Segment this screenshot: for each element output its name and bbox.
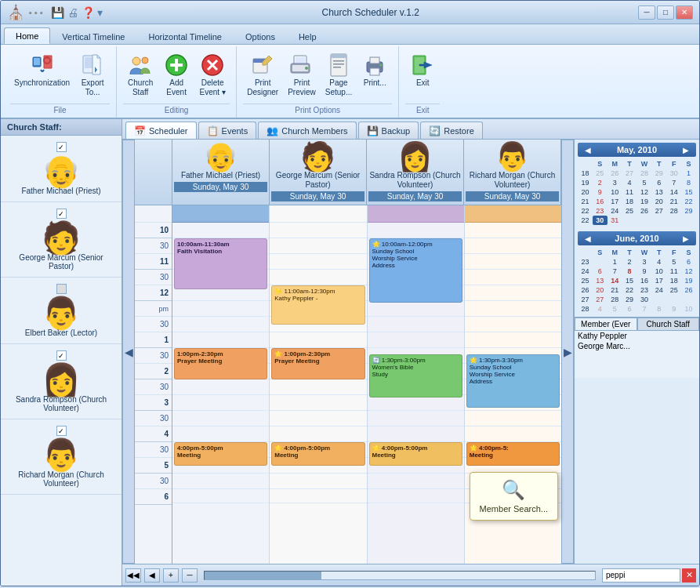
print-button[interactable]: Print... [357, 49, 392, 91]
member-tab-church-staff[interactable]: Church Staff [637, 318, 700, 331]
close-button[interactable]: ✕ [676, 5, 693, 20]
cal-day[interactable]: 26 [637, 206, 652, 216]
cal-day[interactable]: 7 [637, 304, 652, 314]
cal-day[interactable]: 25 [593, 169, 608, 178]
sync-button[interactable]: Synchronization [10, 49, 74, 91]
cal-day[interactable]: 6 [593, 267, 608, 276]
cal-day[interactable]: 6 [651, 178, 666, 187]
cal-day[interactable]: 14 [666, 187, 681, 197]
maximize-button[interactable]: □ [657, 5, 674, 20]
event-block-kathy[interactable]: 🌟 11:00am-12:30pmKathy Peppler - [271, 285, 365, 325]
tab-vertical-timeline[interactable]: Vertical Timeline [50, 28, 136, 44]
cal-day[interactable]: 30 [666, 169, 681, 178]
cal-day[interactable]: 11 [666, 267, 681, 276]
mini-cal-prev[interactable]: ◀ [582, 146, 593, 154]
print-preview-button[interactable]: PrintPreview [284, 49, 320, 100]
cal-day[interactable]: 5 [666, 257, 681, 267]
tab-help[interactable]: Help [287, 28, 328, 44]
cal-day[interactable]: 9 [637, 267, 652, 276]
add-event-button[interactable]: AddEvent [159, 49, 194, 100]
cal-day[interactable]: 12 [681, 267, 696, 276]
nav-add-button[interactable]: + [163, 568, 179, 583]
cal-day[interactable]: 1 [681, 169, 696, 178]
staff-checkbox-5[interactable]: ✓ [56, 426, 67, 436]
tab-church-members[interactable]: 👥 Church Members [258, 122, 356, 139]
cal-day[interactable]: 16 [593, 197, 608, 206]
cal-day[interactable] [622, 216, 637, 225]
event-block-prayer-0[interactable]: 1:00pm-2:30pmPrayer Meeting [174, 348, 267, 379]
cal-day[interactable]: 21 [608, 285, 622, 295]
cal-day[interactable]: 23 [637, 285, 652, 295]
cal-day[interactable] [637, 216, 652, 225]
cal-day[interactable]: 28 [666, 206, 681, 216]
event-block-sunday-school-3[interactable]: 🌟 1:30pm-3:30pmSunday SchoolWorship Serv… [466, 354, 560, 408]
cal-day[interactable]: 3 [608, 178, 622, 187]
cal-day[interactable]: 10 [608, 187, 622, 197]
delete-event-button[interactable]: DeleteEvent ▾ [195, 49, 230, 100]
search-clear-button[interactable]: ✕ [682, 568, 696, 583]
cal-day[interactable]: 25 [622, 206, 637, 216]
cal-day[interactable]: 28 [608, 295, 622, 304]
cal-day[interactable]: 13 [651, 187, 666, 197]
cal-day[interactable] [593, 257, 608, 267]
print-designer-button[interactable]: PrintDesigner [243, 49, 282, 100]
cal-day[interactable]: 19 [681, 276, 696, 285]
tab-scheduler[interactable]: 📅 Scheduler [125, 122, 197, 139]
staff-checkbox-4[interactable]: ✓ [56, 350, 67, 361]
cal-day[interactable]: 25 [666, 285, 681, 295]
cal-day[interactable]: 26 [681, 285, 696, 295]
mini-cal-next[interactable]: ▶ [680, 146, 691, 154]
cal-day[interactable]: 12 [637, 187, 652, 197]
cal-day[interactable]: 29 [622, 295, 637, 304]
cal-day[interactable]: 13 [593, 276, 608, 285]
event-block-prayer-1[interactable]: 🌟 1:00pm-2:30pmPrayer Meeting [271, 348, 365, 379]
cal-day[interactable]: 11 [622, 187, 637, 197]
cal-day[interactable]: 10 [681, 304, 696, 314]
cal-day[interactable]: 9 [666, 304, 681, 314]
cal-day[interactable] [666, 216, 681, 225]
cal-day[interactable]: 17 [608, 197, 622, 206]
cal-day[interactable]: 21 [666, 197, 681, 206]
cal-day[interactable]: 15 [681, 187, 696, 197]
cal-day[interactable]: 4 [651, 257, 666, 267]
cal-day[interactable]: 5 [637, 178, 652, 187]
tab-home[interactable]: Home [4, 27, 50, 44]
event-block-sunday-school-2[interactable]: 🌟 10:00am-12:00pmSunday SchoolWorship Se… [369, 238, 462, 303]
export-button[interactable]: ExportTo... [75, 49, 110, 100]
cal-day[interactable]: 31 [608, 216, 622, 225]
cal-day[interactable]: 27 [622, 169, 637, 178]
cal-day[interactable]: 10 [651, 267, 666, 276]
event-block-meeting-3[interactable]: 🌟 4:00pm-5:Meeting [466, 442, 560, 466]
staff-checkbox-2[interactable]: ✓ [56, 209, 67, 219]
tab-restore[interactable]: 🔄 Restore [420, 122, 483, 139]
cal-day[interactable]: 22 [681, 197, 696, 206]
cal-day[interactable]: 3 [637, 257, 652, 267]
mini-cal-june-prev[interactable]: ◀ [582, 234, 593, 243]
cal-day[interactable]: 16 [637, 276, 652, 285]
cal-day[interactable] [681, 216, 696, 225]
minimize-button[interactable]: ─ [638, 5, 655, 20]
event-block-faith[interactable]: 10:00am-11:30amFaith Visitation [174, 238, 267, 289]
event-block-meeting-1[interactable]: 🌟 4:00pm-5:00pmMeeting [271, 442, 365, 466]
cal-day-today[interactable]: 30 [593, 216, 608, 225]
cal-day[interactable]: 29 [681, 206, 696, 216]
cal-day[interactable]: 22 [622, 285, 637, 295]
scroll-nav-right[interactable]: ▶ [561, 140, 574, 564]
cal-day[interactable]: 2 [622, 257, 637, 267]
cal-day[interactable]: 8 [681, 178, 696, 187]
cal-day[interactable]: 19 [637, 197, 652, 206]
nav-prev-button[interactable]: ◀ [144, 568, 160, 583]
cal-day[interactable]: 1 [608, 257, 622, 267]
cal-day[interactable]: 30 [637, 295, 652, 304]
cal-day[interactable]: 4 [593, 304, 608, 314]
cal-day[interactable]: 8 [622, 267, 637, 276]
cal-day[interactable]: 18 [666, 276, 681, 285]
cal-day[interactable] [666, 295, 681, 304]
cal-day[interactable]: 15 [622, 276, 637, 285]
exit-button[interactable]: Exit [405, 49, 440, 91]
search-input[interactable] [602, 568, 680, 583]
cal-day[interactable]: 6 [681, 257, 696, 267]
cal-day[interactable]: 18 [622, 197, 637, 206]
cal-day[interactable] [651, 295, 666, 304]
event-block-womens-bible[interactable]: 🔄 1:30pm-3:00pmWomen's BibleStudy [369, 354, 462, 397]
